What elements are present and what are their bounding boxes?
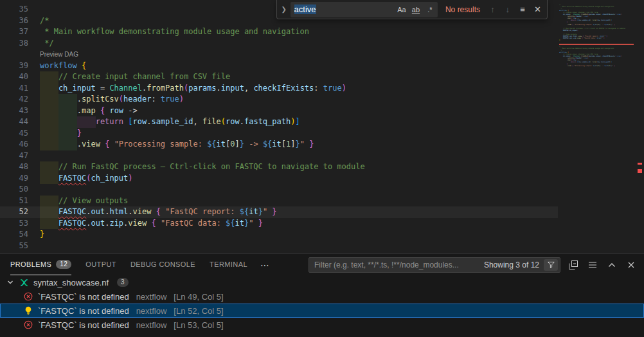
panel-tab-problems[interactable]: PROBLEMS12 <box>10 254 71 275</box>
code-token: -> <box>244 140 263 149</box>
code-token: view <box>128 219 147 228</box>
code-token: } <box>77 129 82 138</box>
code-token <box>96 106 100 115</box>
code-line: 39workflow { <box>0 60 644 72</box>
line-content: // Run FastQC process — Ctrl-click on FA… <box>40 161 644 173</box>
line-content <box>40 241 644 252</box>
file-group-row[interactable]: syntax_showcase.nf 3 <box>0 275 644 289</box>
line-number: 53 <box>0 218 40 230</box>
filter-icon[interactable] <box>544 259 558 271</box>
line-number: 42 <box>0 94 40 105</box>
previous-match-button[interactable]: ↑ <box>487 3 499 16</box>
line-number: 40 <box>0 71 40 83</box>
code-token: ( <box>119 95 123 104</box>
match-case-button[interactable]: Aa <box>395 3 408 16</box>
code-line: 40// Create input channel from CSV file <box>0 71 644 83</box>
code-line: 41ch_input = Channel.fromPath(params.inp… <box>0 83 644 95</box>
code-token: ${ <box>240 207 249 216</box>
code-token: ) <box>128 174 132 183</box>
code-token: it <box>217 140 226 149</box>
editor[interactable]: 3536/*37 * Main workflow demonstrating m… <box>0 0 644 253</box>
line-number <box>0 49 40 60</box>
collapse-all-button[interactable] <box>567 259 580 271</box>
file-name: syntax_showcase.nf <box>33 278 109 287</box>
code-line: 52FASTQC.out.html.view { "FastQC report:… <box>0 206 644 218</box>
line-content: return [row.sample_id, file(row.fastq_pa… <box>40 116 644 128</box>
panel-tab-output[interactable]: OUTPUT <box>85 254 116 275</box>
whole-word-button[interactable]: ab <box>409 3 422 16</box>
indent-highlight <box>58 94 77 105</box>
line-content: Preview DAG <box>40 49 644 60</box>
line-number: 52 <box>0 206 40 218</box>
code-token <box>151 207 156 216</box>
problem-row[interactable]: `FASTQC` is not definednextflow[Ln 52, C… <box>0 304 644 318</box>
code-token: : <box>151 95 160 104</box>
code-token: // Create input channel from CSV file <box>58 72 230 81</box>
line-content: workflow { <box>40 60 644 72</box>
line-number: 36 <box>0 15 40 27</box>
line-number: 55 <box>0 241 40 252</box>
code-token <box>156 219 161 228</box>
code-token: row <box>109 106 123 115</box>
find-in-selection-button[interactable]: ≡ <box>516 3 528 16</box>
next-match-button[interactable]: ↓ <box>501 3 514 16</box>
problem-row[interactable]: `FASTQC` is not definednextflow[Ln 49, C… <box>0 289 644 304</box>
more-actions-button[interactable]: ⋯ <box>260 260 269 270</box>
nextflow-file-icon <box>19 277 29 287</box>
code-line: 50 <box>0 184 644 196</box>
problem-message: `FASTQC` is not defined <box>38 306 129 316</box>
code-token: [ <box>128 117 132 126</box>
line-content: */ <box>40 38 644 50</box>
indent-highlight <box>58 116 77 128</box>
minimap[interactable]: /* * Main workflow demonstrating module … <box>558 0 635 253</box>
code-token: map <box>82 106 96 115</box>
code-token: . <box>77 106 82 115</box>
regex-button[interactable]: .* <box>424 3 436 16</box>
editor-lines: 3536/*37 * Main workflow demonstrating m… <box>0 0 644 251</box>
line-content: } <box>40 229 644 241</box>
panel-tab-terminal[interactable]: TERMINAL <box>210 254 247 275</box>
filter-status: Showing 3 of 12 <box>484 260 539 269</box>
panel-tab-debug-console[interactable]: DEBUG CONSOLE <box>130 254 195 275</box>
overview-ruler[interactable] <box>635 0 644 253</box>
line-content: ch_input = Channel.fromPath(params.input… <box>40 83 644 95</box>
code-token: splitCsv <box>82 95 119 104</box>
view-mode-button[interactable] <box>586 259 599 271</box>
code-token: ( <box>221 117 226 126</box>
line-number: 44 <box>0 116 40 128</box>
problem-row[interactable]: `FASTQC` is not definednextflow[Ln 53, C… <box>0 318 644 332</box>
code-token: Channel <box>109 84 142 93</box>
problem-message: `FASTQC` is not defined <box>38 292 129 302</box>
code-token <box>77 61 82 70</box>
close-panel-button[interactable] <box>625 259 638 271</box>
code-token: } <box>40 230 44 239</box>
code-token: /* <box>40 16 49 25</box>
problems-filter[interactable]: Showing 3 of 12 <box>309 257 560 273</box>
code-token: " <box>300 140 305 149</box>
problems-filter-input[interactable] <box>314 260 479 269</box>
code-token: out <box>91 207 105 216</box>
chevron-down-icon[interactable] <box>5 277 15 287</box>
code-token: ${ <box>263 140 272 149</box>
problems-items: `FASTQC` is not definednextflow[Ln 49, C… <box>0 289 644 332</box>
line-number: 45 <box>0 128 40 140</box>
maximize-panel-button[interactable] <box>605 259 618 271</box>
code-token: checkIfExists <box>253 84 314 93</box>
code-token: , <box>244 84 253 93</box>
code-line: 54} <box>0 229 644 241</box>
find-input[interactable]: active Aa ab .* <box>291 2 438 17</box>
code-token: sample_id <box>151 117 193 126</box>
code-token: ) <box>342 84 346 93</box>
line-content: .splitCsv(header: true) <box>40 94 644 105</box>
code-line: 48// Run FastQC process — Ctrl-click on … <box>0 161 644 173</box>
code-token: "Processing sample: <box>114 140 208 149</box>
close-find-button[interactable]: ✕ <box>532 3 544 16</box>
indent-highlight <box>40 94 58 105</box>
toggle-replace-icon[interactable]: ❯ <box>280 6 288 13</box>
codelens-link[interactable]: Preview DAG <box>40 51 78 58</box>
minimap-error-line <box>559 44 634 45</box>
bottom-panel: PROBLEMS12OUTPUTDEBUG CONSOLETERMINAL ⋯ … <box>0 253 644 337</box>
minimap-line <box>559 41 635 43</box>
indent-highlight <box>40 128 58 140</box>
code-token: view <box>82 140 100 149</box>
